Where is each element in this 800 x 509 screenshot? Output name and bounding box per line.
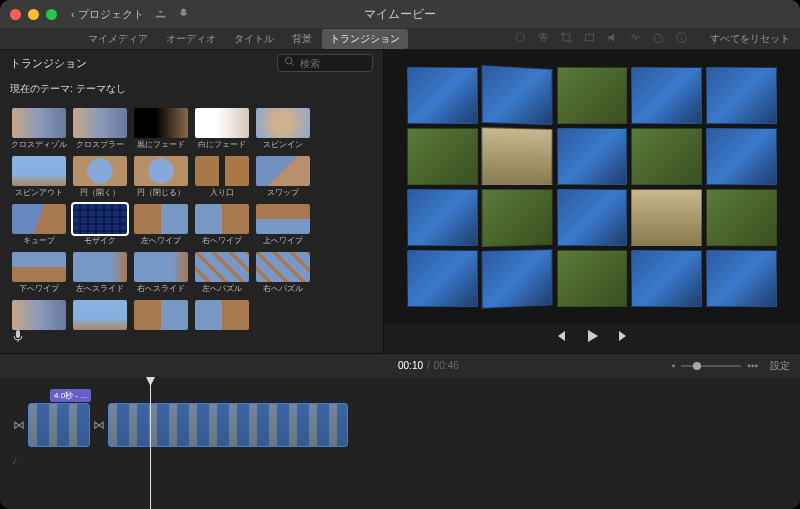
transition-item[interactable]: モザイク — [71, 204, 128, 246]
noise-reduce-icon[interactable] — [629, 31, 642, 46]
time-separator: / — [427, 360, 430, 371]
back-label: プロジェクト — [78, 8, 144, 20]
svg-rect-5 — [585, 34, 593, 41]
zoom-out-icon[interactable]: ▪ — [672, 360, 676, 371]
minimize-window-button[interactable] — [28, 9, 39, 20]
play-button[interactable] — [584, 328, 600, 348]
timeline[interactable]: 4.0秒 - ... ⋈⋈ ♪ — [0, 377, 800, 509]
transition-thumbnail — [12, 300, 66, 330]
tab-3[interactable]: 背景 — [284, 29, 320, 49]
search-field[interactable] — [277, 54, 373, 72]
reset-all-button[interactable]: すべてをリセット — [710, 32, 790, 46]
video-clip[interactable] — [108, 403, 348, 447]
transition-item[interactable]: 円（閉じる） — [132, 156, 189, 198]
transition-label: キューブ — [23, 236, 55, 246]
import-media-icon[interactable] — [154, 5, 167, 23]
transition-item[interactable]: 左へワイプ — [132, 204, 189, 246]
zoom-slider[interactable] — [681, 365, 741, 367]
transition-thumbnail — [12, 108, 66, 138]
transition-item[interactable]: スピンアウト — [10, 156, 67, 198]
transition-item[interactable]: クロスディゾルブ — [10, 108, 67, 150]
zoom-in-icon[interactable]: ▪▪▪ — [747, 360, 758, 371]
transition-item[interactable]: スワップ — [255, 156, 312, 198]
transition-label: 右へパズル — [263, 284, 303, 294]
voiceover-icon[interactable] — [10, 328, 26, 348]
transition-label: 右へスライド — [137, 284, 185, 294]
transition-marker[interactable]: ⋈ — [12, 418, 26, 432]
transition-label: 下へワイプ — [19, 284, 59, 294]
transition-item[interactable]: 右へスライド — [132, 252, 189, 294]
transition-item[interactable]: 右へワイプ — [194, 204, 251, 246]
transition-thumbnail — [195, 300, 249, 330]
transition-item[interactable]: 入り口 — [194, 156, 251, 198]
transition-item[interactable]: 黒にフェード — [132, 108, 189, 150]
transition-thumbnail — [256, 204, 310, 234]
video-track[interactable]: ⋈⋈ — [12, 403, 788, 447]
transition-item[interactable]: スピンイン — [255, 108, 312, 150]
transition-thumbnail — [134, 204, 188, 234]
transition-thumbnail — [73, 300, 127, 330]
enhance-icon[interactable] — [514, 31, 527, 46]
transition-label: 黒にフェード — [137, 140, 185, 150]
transition-item[interactable]: キューブ — [10, 204, 67, 246]
time-total: 00:46 — [434, 360, 459, 371]
transition-label: 入り口 — [210, 188, 234, 198]
transition-item[interactable]: 左へパズル — [194, 252, 251, 294]
color-balance-icon[interactable] — [537, 31, 550, 46]
transition-label: 左へスライド — [76, 284, 124, 294]
transition-label: モザイク — [84, 236, 116, 246]
transition-thumbnail — [12, 204, 66, 234]
transition-item[interactable]: クロスブラー — [71, 108, 128, 150]
stabilize-icon[interactable] — [583, 31, 596, 46]
transition-thumbnail — [256, 108, 310, 138]
back-to-projects-button[interactable]: ‹ プロジェクト — [71, 7, 144, 22]
prev-frame-button[interactable] — [552, 328, 568, 348]
transitions-browser: トランジション 現在のテーマ: テーマなし クロスディゾルブクロスブラー黒にフェ… — [0, 50, 384, 353]
transition-item[interactable]: 円（開く） — [71, 156, 128, 198]
transition-thumbnail — [134, 300, 188, 330]
titlebar-icons — [154, 5, 190, 23]
close-window-button[interactable] — [10, 9, 21, 20]
transition-thumbnail — [12, 252, 66, 282]
transition-marker[interactable]: ⋈ — [92, 418, 106, 432]
tab-0[interactable]: マイメディア — [80, 29, 156, 49]
audio-track[interactable]: ♪ — [12, 453, 788, 467]
duration-tag: 4.0秒 - ... — [50, 389, 91, 402]
settings-button[interactable]: 設定 — [770, 359, 790, 373]
speed-icon[interactable] — [652, 31, 665, 46]
zoom-window-button[interactable] — [46, 9, 57, 20]
transition-thumbnail — [73, 204, 127, 234]
main-area: トランジション 現在のテーマ: テーマなし クロスディゾルブクロスブラー黒にフェ… — [0, 50, 800, 353]
transition-thumbnail — [12, 156, 66, 186]
transition-item[interactable]: 下へワイプ — [10, 252, 67, 294]
search-input[interactable] — [300, 58, 367, 69]
tab-2[interactable]: タイトル — [226, 29, 282, 49]
transition-item — [71, 300, 128, 332]
playhead[interactable] — [150, 377, 151, 509]
info-icon[interactable] — [675, 31, 688, 46]
time-current: 00:10 — [398, 360, 423, 371]
transition-label: 左へパズル — [202, 284, 242, 294]
browser-title: トランジション — [10, 56, 269, 71]
transition-thumbnail — [195, 252, 249, 282]
transition-label: 白にフェード — [198, 140, 246, 150]
next-frame-button[interactable] — [616, 328, 632, 348]
tab-4[interactable]: トランジション — [322, 29, 408, 49]
tab-1[interactable]: オーディオ — [158, 29, 224, 49]
video-clip[interactable] — [28, 403, 90, 447]
transition-item[interactable]: 白にフェード — [194, 108, 251, 150]
transition-item[interactable]: 左へスライド — [71, 252, 128, 294]
mic-record-icon[interactable] — [177, 5, 190, 23]
browser-header: トランジション — [0, 50, 383, 76]
volume-icon[interactable] — [606, 31, 619, 46]
viewer[interactable] — [384, 50, 800, 323]
zoom-control[interactable]: ▪ ▪▪▪ — [672, 360, 758, 371]
crop-icon[interactable] — [560, 31, 573, 46]
transition-thumbnail — [134, 108, 188, 138]
transition-item[interactable]: 右へパズル — [255, 252, 312, 294]
svg-point-1 — [516, 33, 524, 41]
transition-label: 右へワイプ — [202, 236, 242, 246]
playback-controls — [384, 323, 800, 353]
transitions-grid: クロスディゾルブクロスブラー黒にフェード白にフェードスピンインスピンアウト円（開… — [0, 102, 383, 353]
transition-item[interactable]: 上へワイプ — [255, 204, 312, 246]
